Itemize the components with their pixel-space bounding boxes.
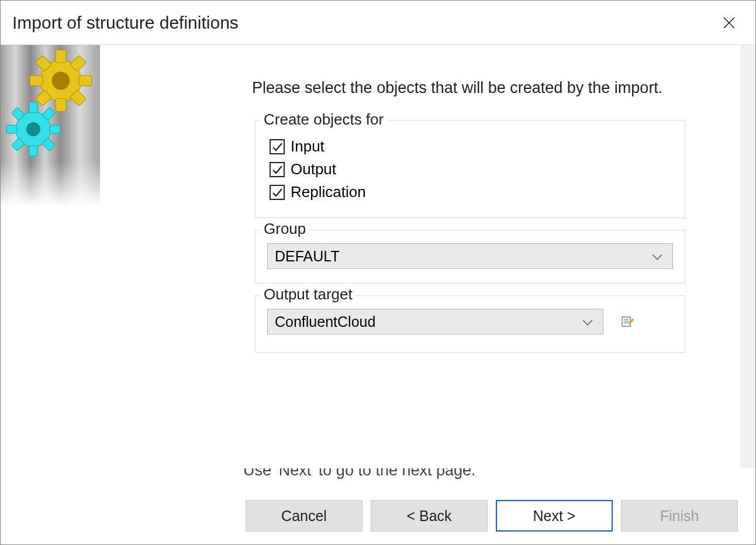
checkbox-input-row: Input — [270, 137, 673, 156]
next-button[interactable]: Next > — [496, 500, 613, 532]
footer-hint-clip: Use 'Next' to go to the next page. — [243, 468, 732, 491]
dialog-footer: Use 'Next' to go to the next page. Cance… — [1, 468, 755, 544]
output-target-fieldset: Output target ConfluentCloud — [255, 295, 685, 353]
chevron-down-icon — [582, 313, 593, 330]
group-fieldset: Group DEFAULT — [255, 230, 685, 284]
svg-point-11 — [52, 72, 70, 90]
gear-icon — [4, 100, 63, 158]
wizard-page: Please select the objects that will be c… — [100, 45, 755, 468]
next-label: Next > — [533, 508, 576, 525]
wizard-side-graphic — [1, 45, 100, 215]
group-combo[interactable]: DEFAULT — [267, 243, 673, 269]
svg-rect-13 — [29, 102, 37, 113]
cancel-button[interactable]: Cancel — [246, 500, 363, 532]
group-combo-value: DEFAULT — [275, 248, 340, 265]
back-button[interactable]: < Back — [371, 500, 488, 532]
cancel-label: Cancel — [281, 508, 327, 525]
output-target-combo[interactable]: ConfluentCloud — [267, 309, 603, 334]
check-icon — [271, 187, 283, 198]
close-icon — [723, 16, 736, 29]
check-icon — [271, 141, 283, 153]
button-bar: Cancel < Back Next > Finish — [246, 500, 738, 532]
footer-hint: Use 'Next' to go to the next page. — [243, 468, 732, 480]
edit-icon[interactable] — [621, 315, 634, 328]
dialog-title: Import of structure definitions — [12, 13, 714, 33]
output-target-value: ConfluentCloud — [275, 313, 375, 330]
checkbox-replication-row: Replication — [270, 183, 673, 201]
finish-label: Finish — [660, 508, 699, 525]
finish-button: Finish — [621, 500, 738, 532]
group-legend: Group — [260, 220, 309, 238]
check-icon — [271, 164, 283, 175]
checkbox-output-label: Output — [291, 160, 336, 178]
dialog-body: Please select the objects that will be c… — [1, 45, 755, 468]
title-bar: Import of structure definitions — [1, 1, 755, 45]
svg-point-21 — [26, 122, 40, 136]
svg-rect-6 — [79, 75, 92, 86]
back-label: < Back — [406, 508, 451, 525]
svg-rect-14 — [29, 146, 37, 156]
svg-rect-5 — [30, 75, 43, 86]
instruction-text: Please select the objects that will be c… — [252, 79, 755, 97]
chevron-down-icon — [651, 248, 663, 265]
svg-rect-16 — [50, 125, 60, 133]
svg-rect-22 — [622, 317, 630, 326]
checkbox-input-label: Input — [291, 137, 325, 156]
output-target-legend: Output target — [260, 285, 356, 303]
svg-rect-15 — [6, 125, 17, 133]
checkbox-output[interactable] — [270, 162, 285, 177]
close-button[interactable] — [714, 8, 744, 37]
scrollbar-track[interactable] — [740, 45, 755, 468]
checkbox-replication[interactable] — [270, 185, 285, 200]
checkbox-input[interactable] — [270, 139, 285, 154]
svg-rect-3 — [56, 50, 66, 63]
dialog-window: Import of structure definitions — [0, 0, 756, 545]
checkbox-output-row: Output — [270, 160, 673, 178]
create-objects-legend: Create objects for — [260, 111, 387, 129]
checkbox-replication-label: Replication — [291, 183, 366, 201]
create-objects-group: Create objects for Input Output — [255, 120, 685, 218]
